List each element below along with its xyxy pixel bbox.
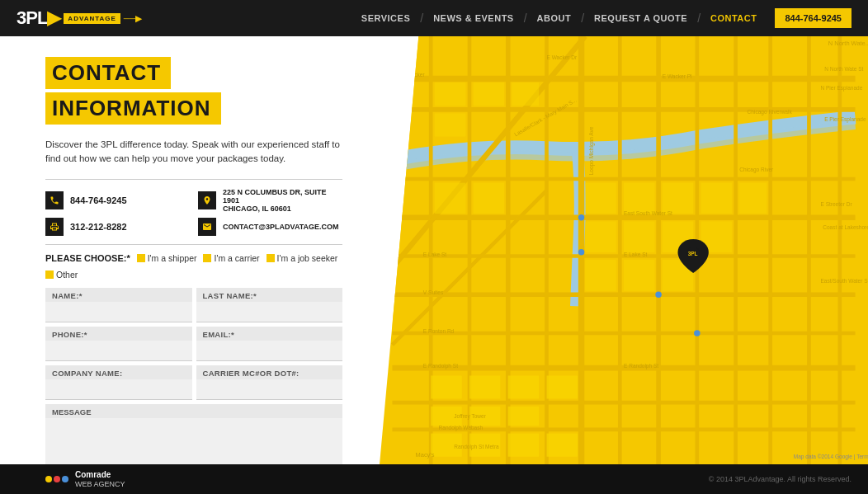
svg-rect-37 [624,221,654,252]
svg-rect-30 [474,183,504,214]
nav-phone[interactable]: 844-764-9245 [775,8,851,28]
main-nav: SERVICES / NEWS & EVENTS / ABOUT / REQUE… [351,8,851,28]
svg-text:N North Wate...: N North Wate... [828,40,868,47]
svg-text:Coast at Lakeshore East: Coast at Lakeshore East [823,224,868,230]
svg-rect-33 [663,183,693,214]
footer-agency: Comrade WEB AGENCY [75,470,125,489]
phone1-item: 844-764-9245 [45,188,190,213]
radio-carrier-box[interactable] [203,254,211,262]
svg-text:3PL: 3PL [688,251,698,256]
footer-left: Comrade WEB AGENCY [45,470,125,489]
company-input[interactable] [45,379,192,400]
radio-shipper[interactable]: I'm a shipper [137,253,197,263]
svg-rect-44 [469,375,500,398]
divider2 [45,244,342,245]
svg-rect-52 [508,434,539,457]
message-label: MESSAGE [45,404,342,418]
fax-icon [45,218,64,236]
svg-rect-31 [585,183,616,214]
carrier-input[interactable] [196,379,343,400]
email-label: EMAIL:* [196,327,343,341]
svg-text:E Wacker Pl: E Wacker Pl [663,73,692,79]
svg-rect-43 [431,375,461,398]
name-input[interactable] [45,302,192,322]
dot-yellow [45,476,52,482]
dot-blue [62,476,68,482]
logo-badge: ADVANTAGE [64,13,120,24]
svg-text:Randolph Wabash: Randolph Wabash [439,425,484,431]
nav-services[interactable]: SERVICES [351,13,420,23]
svg-rect-27 [512,82,539,106]
svg-text:E Streeter Dr: E Streeter Dr [820,201,852,207]
radio-other-box[interactable] [45,271,54,279]
email-input[interactable] [196,341,343,361]
svg-text:Macy's: Macy's [416,451,435,459]
address-item: 225 N COLUMBUS DR, SUITE 1901 CHICAGO, I… [198,188,342,213]
carrier-label: CARRIER MC#OR DOT#: [196,365,343,379]
svg-rect-34 [701,183,732,214]
contact-info-grid: 844-764-9245 225 N COLUMBUS DR, SUITE 19… [45,188,342,236]
svg-rect-32 [624,183,654,214]
svg-text:E Pier Esplanade: E Pier Esplanade [824,116,866,123]
map-area[interactable]: Loopo Michigan Ave Lasalle/Clark - Mary … [380,36,868,464]
svg-text:E Ronton Rd: E Ronton Rd [423,328,455,334]
svg-text:E Wacker Dr: E Wacker Dr [546,54,578,60]
nav-contact[interactable]: CONTACT [701,13,767,23]
map-svg: Loopo Michigan Ave Lasalle/Clark - Mary … [380,36,868,464]
logo-tagline: ──▶ [124,14,142,23]
nav-news[interactable]: NEWS & EVENTS [423,13,524,23]
content-area: CONTACT INFORMATION Discover the 3PL dif… [0,36,868,464]
svg-point-73 [694,330,700,336]
phone-input[interactable] [45,341,192,361]
svg-rect-53 [546,434,577,457]
svg-text:W Wacker: W Wacker [400,72,426,78]
company-field: COMPANY NAME: [45,365,192,400]
logo: 3PL▶ ADVANTAGE ──▶ [17,7,142,29]
svg-rect-36 [585,221,616,252]
carrier-field: CARRIER MC#OR DOT#: [196,365,343,400]
svg-rect-41 [624,260,654,290]
nav-request-quote[interactable]: REQUEST A QUOTE [584,13,697,23]
nav-about[interactable]: ABOUT [527,13,582,23]
title-line2: INFORMATION [45,92,221,125]
svg-text:Randolph St Metra: Randolph St Metra [454,444,499,450]
radio-job-seeker[interactable]: I'm a job seeker [267,253,338,263]
message-area: MESSAGE [45,404,342,465]
phone1-icon [45,191,64,209]
svg-text:East/South Water Street: East/South Water Street [820,278,868,284]
page-wrapper: 3PL▶ ADVANTAGE ──▶ SERVICES / NEWS & EVE… [0,0,868,494]
dot-red [54,476,60,482]
svg-rect-35 [739,183,767,214]
radio-carrier[interactable]: I'm a carrier [203,253,259,263]
svg-text:East South Water St: East South Water St [624,210,672,216]
email-item: CONTACT@3PLADVATAGE.COM [198,218,342,236]
radio-other[interactable]: Other [45,270,78,280]
svg-text:E Lake St: E Lake St [624,252,648,257]
footer-logo-icon [45,476,68,482]
choose-row: PLEASE CHOOSE:* I'm a shipper I'm a carr… [45,253,355,280]
contact-title: CONTACT INFORMATION [45,57,355,128]
svg-text:E Randolph St: E Randolph St [624,363,658,369]
map-container: Loopo Michigan Ave Lasalle/Clark - Mary … [380,36,868,464]
svg-text:N Pier Esplanade: N Pier Esplanade [820,85,862,92]
logo-3pl: 3PL▶ [17,7,60,29]
divider1 [45,179,342,180]
name-field: NAME:* [45,288,192,322]
footer-copyright: © 2014 3PLAdvantage. All rights Reserved… [709,475,851,483]
choose-label: PLEASE CHOOSE:* [45,253,130,263]
svg-text:V Suites: V Suites [423,289,444,295]
footer-bar: Comrade WEB AGENCY © 2014 3PLAdvantage. … [0,464,868,494]
phone2-item: 312-212-8282 [45,218,190,236]
lastname-input[interactable] [196,302,343,322]
address-icon [198,191,216,209]
svg-rect-26 [474,82,504,106]
svg-text:Chicago River: Chicago River [739,167,774,173]
svg-point-72 [578,214,584,220]
svg-rect-45 [508,375,539,398]
form-grid: NAME:* LAST NAME:* PHONE:* EMAIL:* COMPA… [45,288,342,400]
radio-job-seeker-box[interactable] [267,254,275,262]
svg-text:Loopo Michigan Ave: Loopo Michigan Ave [588,126,595,175]
radio-shipper-box[interactable] [137,254,145,262]
message-textarea[interactable] [45,418,342,465]
phone-field: PHONE:* [45,327,192,361]
